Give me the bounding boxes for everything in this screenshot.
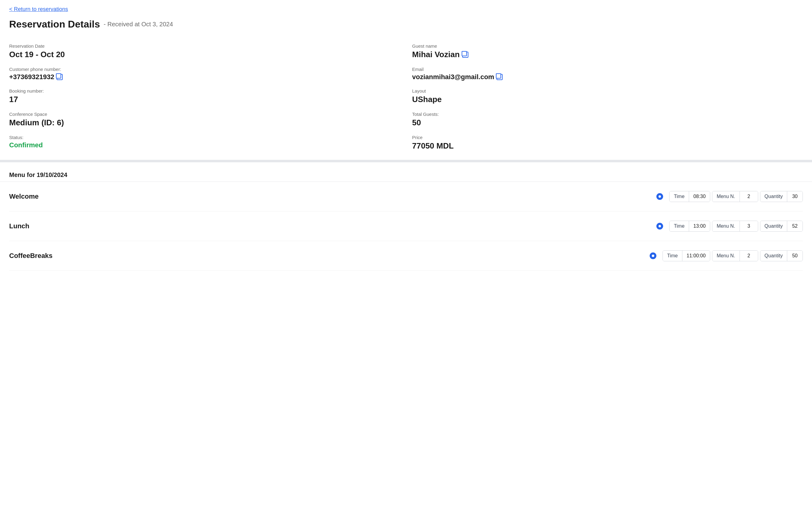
guest-name-value: Mihai Vozian [412, 50, 803, 59]
time-pill: Time 08:30 [669, 191, 710, 202]
copy-email-icon[interactable] [496, 74, 502, 80]
quantity-label: Quantity [760, 221, 787, 231]
quantity-pill: Quantity 30 [760, 191, 803, 202]
menu-item-controls: Time 13:00 Menu N. 3 Quantity 52 [657, 221, 803, 232]
menu-item-controls: Time 11:00:00 Menu N. 2 Quantity 50 [650, 250, 803, 261]
copy-guest-name-icon[interactable] [462, 52, 468, 58]
time-value: 11:00:00 [682, 250, 710, 261]
menu-number-label: Menu N. [712, 191, 739, 202]
layout-label: Layout [412, 88, 803, 93]
menu-item-row: Welcome Time 08:30 Menu N. 2 Quantity 30 [9, 182, 803, 211]
total-guests-label: Total Guests: [412, 112, 803, 117]
radio-dot[interactable] [657, 223, 663, 230]
conference-space-value: Medium (ID: 6) [9, 118, 400, 127]
menu-number-label: Menu N. [712, 221, 739, 231]
status-label: Status: [9, 135, 400, 140]
email-label: Email [412, 67, 803, 72]
time-label: Time [670, 191, 689, 202]
menu-item-row: CoffeeBreaks Time 11:00:00 Menu N. 2 Qua… [9, 241, 803, 271]
conference-space-item: Conference Space Medium (ID: 6) [9, 112, 400, 127]
price-value: 77050 MDL [412, 141, 803, 151]
booking-number-value: 17 [9, 95, 400, 104]
menu-date-title: Menu for 19/10/2024 [9, 172, 803, 179]
conference-space-label: Conference Space [9, 112, 400, 117]
menu-item-name: CoffeeBreaks [9, 252, 70, 260]
back-link[interactable]: < Return to reservations [0, 0, 812, 16]
menu-number-pill: Menu N. 2 [712, 250, 758, 261]
details-grid: Reservation Date Oct 19 - Oct 20 Guest n… [0, 37, 812, 160]
menu-item-name: Lunch [9, 222, 70, 230]
menu-number-value: 2 [740, 250, 758, 261]
menu-item-row: Lunch Time 13:00 Menu N. 3 Quantity 52 [9, 211, 803, 241]
menu-item-controls: Time 08:30 Menu N. 2 Quantity 30 [657, 191, 803, 202]
reservation-date-label: Reservation Date [9, 43, 400, 49]
menu-number-pill: Menu N. 2 [712, 191, 758, 202]
section-divider [0, 160, 812, 162]
time-value: 08:30 [689, 191, 710, 202]
total-guests-value: 50 [412, 118, 803, 127]
time-label: Time [670, 221, 689, 231]
copy-phone-icon[interactable] [57, 74, 63, 80]
header-section: Reservation Details - Received at Oct 3,… [0, 16, 812, 37]
time-value: 13:00 [689, 221, 710, 231]
title-text: Reservation Details [9, 19, 100, 30]
layout-item: Layout UShape [412, 88, 803, 104]
phone-label: Customer phone number: [9, 67, 400, 72]
booking-number-item: Booking number: 17 [9, 88, 400, 104]
status-value: Confirmed [9, 141, 400, 149]
menu-section: Menu for 19/10/2024 Welcome Time 08:30 M… [0, 162, 812, 271]
reservation-date-item: Reservation Date Oct 19 - Oct 20 [9, 43, 400, 59]
booking-number-label: Booking number: [9, 88, 400, 93]
menu-item-name: Welcome [9, 192, 70, 201]
menu-items-list: Welcome Time 08:30 Menu N. 2 Quantity 30 [9, 182, 803, 271]
price-item: Price 77050 MDL [412, 135, 803, 151]
guest-name-item: Guest name Mihai Vozian [412, 43, 803, 59]
time-pill: Time 11:00:00 [663, 250, 710, 261]
total-guests-item: Total Guests: 50 [412, 112, 803, 127]
menu-number-label: Menu N. [712, 250, 739, 261]
reservation-date-value: Oct 19 - Oct 20 [9, 50, 400, 59]
menu-number-pill: Menu N. 3 [712, 221, 758, 232]
quantity-pill: Quantity 52 [760, 221, 803, 232]
status-item: Status: Confirmed [9, 135, 400, 151]
quantity-value: 50 [787, 250, 803, 261]
radio-dot[interactable] [650, 252, 657, 259]
quantity-pill: Quantity 50 [760, 250, 803, 261]
radio-dot-inner [659, 195, 661, 198]
time-label: Time [663, 250, 682, 261]
quantity-value: 30 [787, 191, 803, 202]
phone-value: +37369321932 [9, 73, 400, 81]
back-label: < Return to reservations [9, 6, 68, 12]
layout-value: UShape [412, 95, 803, 104]
quantity-label: Quantity [760, 250, 787, 261]
price-label: Price [412, 135, 803, 140]
email-item: Email vozianmihai3@gmail.com [412, 67, 803, 81]
email-value: vozianmihai3@gmail.com [412, 73, 803, 81]
page-title: Reservation Details - Received at Oct 3,… [9, 19, 803, 30]
quantity-label: Quantity [760, 191, 787, 202]
radio-dot-inner [659, 225, 661, 228]
guest-name-label: Guest name [412, 43, 803, 49]
menu-number-value: 2 [740, 191, 758, 202]
radio-dot-inner [652, 254, 654, 257]
phone-item: Customer phone number: +37369321932 [9, 67, 400, 81]
title-subtitle: - Received at Oct 3, 2024 [104, 21, 173, 28]
menu-number-value: 3 [740, 221, 758, 231]
radio-dot[interactable] [657, 193, 663, 200]
time-pill: Time 13:00 [669, 221, 710, 232]
quantity-value: 52 [787, 221, 803, 231]
